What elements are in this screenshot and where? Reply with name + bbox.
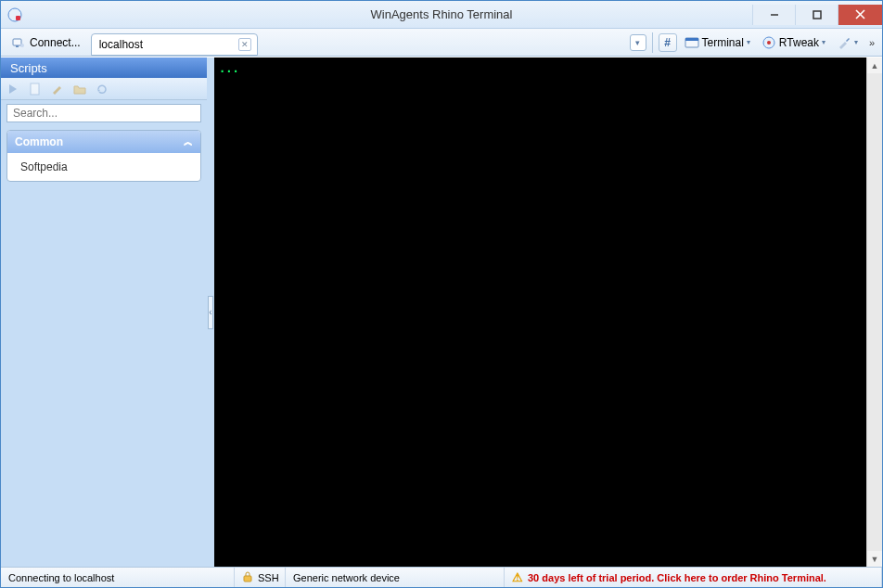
- search-input[interactable]: [6, 104, 201, 122]
- terminal-menu-label: Terminal: [702, 36, 744, 49]
- window-controls: [752, 5, 882, 25]
- hash-grid-button[interactable]: #: [659, 33, 677, 52]
- chevron-down-icon: ▾: [822, 38, 825, 46]
- rtweak-menu[interactable]: RTweak ▾: [758, 33, 829, 52]
- scripts-panel-title: Scripts: [1, 58, 207, 78]
- status-bar: Connecting to localhost SSH Generic netw…: [1, 567, 882, 587]
- scroll-up-icon[interactable]: ▲: [867, 58, 882, 73]
- scroll-track[interactable]: [867, 73, 882, 551]
- terminal-view[interactable]: ...: [214, 58, 866, 567]
- app-window: WinAgents Rhino Terminal Connect...: [0, 0, 883, 588]
- status-connection-text: Connecting to localhost: [8, 572, 114, 583]
- refresh-icon[interactable]: [92, 80, 112, 98]
- terminal-menu[interactable]: Terminal ▾: [681, 33, 754, 52]
- svg-rect-1: [16, 16, 20, 20]
- svg-rect-12: [31, 83, 39, 95]
- status-trial[interactable]: ⚠ 30 days left of trial period. Click he…: [505, 568, 882, 587]
- svg-rect-7: [16, 45, 19, 47]
- scripts-toolbar: [1, 78, 207, 100]
- connect-label: Connect...: [30, 36, 81, 49]
- window-title: WinAgents Rhino Terminal: [1, 7, 882, 21]
- splitter-grip-icon: ‹: [208, 296, 213, 329]
- connect-icon: [11, 35, 26, 50]
- script-group-title: Common: [15, 135, 63, 148]
- script-group: Common ︽ Softpedia: [6, 130, 201, 182]
- status-device: Generic network device: [286, 568, 505, 587]
- status-trial-text: 30 days left of trial period. Click here…: [528, 572, 826, 583]
- script-group-header[interactable]: Common ︽: [7, 131, 200, 153]
- lock-icon: [242, 571, 253, 584]
- session-tab[interactable]: localhost ✕: [91, 33, 258, 56]
- connect-button[interactable]: Connect...: [5, 32, 87, 53]
- svg-rect-3: [813, 11, 821, 19]
- status-connection: Connecting to localhost: [1, 568, 235, 587]
- tab-list-dropdown[interactable]: ▾: [630, 34, 646, 51]
- tab-close-button[interactable]: ✕: [238, 38, 251, 51]
- new-script-icon[interactable]: [25, 80, 45, 98]
- tools-icon: [837, 35, 851, 50]
- content-area: Scripts Common ︽ Softpedia ‹: [1, 57, 882, 567]
- tab-label: localhost: [99, 38, 143, 51]
- terminal-prompt: ...: [219, 62, 239, 75]
- close-button[interactable]: [838, 5, 882, 25]
- run-script-icon[interactable]: [3, 80, 23, 98]
- rtweak-icon: [761, 35, 776, 50]
- app-icon: [6, 6, 23, 23]
- folder-icon[interactable]: [70, 80, 90, 98]
- status-device-text: Generic network device: [293, 572, 400, 583]
- separator: [652, 32, 653, 53]
- svg-rect-6: [13, 39, 21, 45]
- edit-script-icon[interactable]: [47, 80, 68, 98]
- chevron-down-icon: ▾: [854, 38, 858, 46]
- warning-icon: ⚠: [512, 570, 523, 584]
- status-protocol: SSH: [235, 568, 286, 587]
- terminal-icon: [685, 35, 699, 50]
- chevron-down-icon: ▾: [747, 38, 750, 46]
- scroll-down-icon[interactable]: ▼: [867, 551, 882, 567]
- collapse-icon: ︽: [184, 135, 193, 148]
- title-bar: WinAgents Rhino Terminal: [1, 1, 882, 29]
- toolbar: Connect... localhost ✕ ▾ # Terminal ▾: [1, 29, 882, 57]
- status-protocol-text: SSH: [258, 572, 279, 583]
- search-wrap: [1, 100, 207, 126]
- script-item[interactable]: Softpedia: [7, 153, 200, 181]
- scripts-panel: Scripts Common ︽ Softpedia: [1, 58, 207, 567]
- tools-menu[interactable]: ▾: [833, 33, 862, 52]
- maximize-button[interactable]: [795, 5, 838, 25]
- svg-rect-13: [244, 576, 251, 582]
- terminal-area: ... ▲ ▼: [214, 58, 882, 567]
- toolbar-overflow[interactable]: »: [865, 37, 878, 48]
- svg-rect-10: [685, 38, 698, 41]
- vertical-scrollbar[interactable]: ▲ ▼: [866, 58, 882, 567]
- minimize-button[interactable]: [752, 5, 795, 25]
- rtweak-menu-label: RTweak: [779, 36, 819, 49]
- svg-point-8: [20, 44, 24, 47]
- splitter[interactable]: ‹: [207, 58, 214, 567]
